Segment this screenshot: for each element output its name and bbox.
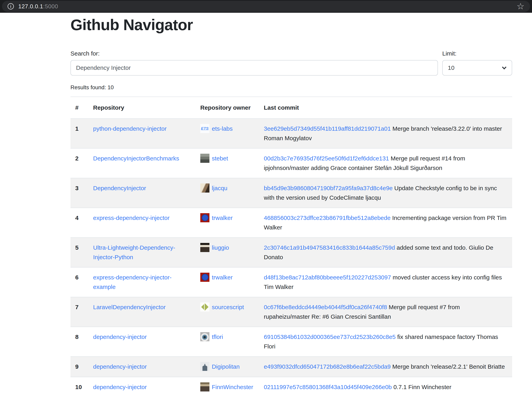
repo-link[interactable]: dependency-injector (93, 334, 147, 340)
url-host: 127.0.0.1 (18, 3, 43, 10)
owner-avatar (200, 362, 209, 371)
table-row: 10 dependency-injector FinnWinchester 02… (70, 377, 512, 397)
owner-link[interactable]: trwalker (212, 274, 233, 281)
column-header-repository: Repository (88, 97, 196, 119)
results-count: Results found: 10 (70, 84, 512, 91)
row-number: 3 (70, 178, 88, 208)
owner-avatar (200, 184, 209, 193)
row-number: 6 (70, 267, 88, 297)
owner-link[interactable]: sourcescript (212, 304, 244, 310)
page-content: Github Navigator Search for: Limit: 10 R… (70, 13, 512, 397)
repo-link[interactable]: express-dependency-injector-example (93, 274, 171, 290)
table-row: 6 express-dependency-injector-example tr… (70, 267, 512, 297)
commit-hash-link[interactable]: d48f13be8ac712abf80bbeeee5f120227d253097 (264, 274, 391, 281)
repo-link[interactable]: DependencyInjector (93, 185, 146, 191)
owner-avatar (200, 154, 209, 163)
table-row: 1 python-dependency-injector ETSets-labs… (70, 119, 512, 148)
url-port: :5000 (43, 3, 58, 10)
row-number: 2 (70, 148, 88, 178)
owner-link[interactable]: liuggio (212, 244, 229, 251)
column-header-number: # (70, 97, 88, 119)
search-label: Search for: (70, 50, 438, 57)
column-header-owner: Repository owner (196, 97, 259, 119)
repo-link[interactable]: dependency-injector (93, 384, 147, 390)
url-text: 127.0.0.1:5000 (18, 3, 58, 10)
owner-link[interactable]: trwalker (212, 215, 233, 221)
table-row: 3 DependencyInjector ljacqu bb45d9e3b986… (70, 178, 512, 208)
limit-group: Limit: 10 (442, 50, 512, 76)
table-header-row: # Repository Repository owner Last commi… (70, 97, 512, 119)
commit-hash-link[interactable]: 2c30746c1a91b4947583416c833b1644a85c759d (264, 244, 395, 251)
row-number: 10 (70, 377, 88, 397)
repo-link[interactable]: DependencyInjectorBenchmarks (93, 155, 179, 162)
commit-message: Merge branch 'release/2.2.1' Benoit Bria… (391, 363, 505, 370)
row-number: 5 (70, 238, 88, 267)
column-header-last-commit: Last commit (259, 97, 512, 119)
table-row: 9 dependency-injector Digipolitan e493f9… (70, 356, 512, 377)
owner-avatar: ETS (200, 124, 209, 133)
browser-chrome: 127.0.0.1:5000 (0, 0, 532, 13)
search-input[interactable] (70, 60, 438, 76)
owner-avatar (200, 302, 209, 312)
commit-hash-link[interactable]: 468856003c273dffce23b86791fbbe512a8ebede (264, 215, 391, 221)
commit-hash-link[interactable]: 02111997e57c85801368f43a10d45f409e266e0b (264, 384, 392, 390)
repo-link[interactable]: express-dependency-injector (93, 215, 170, 221)
commit-message: 0.7.1 Finn Winchester (392, 384, 451, 390)
owner-avatar (200, 332, 209, 341)
owner-link[interactable]: ets-labs (212, 125, 233, 132)
owner-link[interactable]: Digipolitan (212, 363, 240, 370)
browser-url-bar[interactable]: 127.0.0.1:5000 (2, 1, 530, 12)
table-row: 5 Ultra-Lightweight-Dependency-Injector-… (70, 238, 512, 267)
table-row: 4 express-dependency-injector trwalker 4… (70, 208, 512, 238)
owner-avatar (200, 382, 209, 392)
results-table: # Repository Repository owner Last commi… (70, 97, 512, 397)
row-number: 7 (70, 297, 88, 327)
info-icon[interactable] (7, 3, 14, 10)
repo-link[interactable]: Ultra-Lightweight-Dependency-Injector-Py… (93, 244, 175, 260)
chevron-down-icon (502, 65, 507, 70)
table-row: 7 LaravelDependencyInjector sourcescript… (70, 297, 512, 327)
commit-hash-link[interactable]: 3ee629eb5d7349d55f41b119aff81dd219071a01 (264, 125, 391, 132)
row-number: 9 (70, 356, 88, 377)
row-number: 1 (70, 119, 88, 148)
owner-link[interactable]: tflori (212, 334, 223, 340)
row-number: 8 (70, 327, 88, 356)
search-form: Search for: Limit: 10 (70, 50, 512, 76)
row-number: 4 (70, 208, 88, 238)
owner-avatar (200, 213, 209, 222)
owner-link[interactable]: ljacqu (212, 185, 227, 191)
owner-avatar (200, 243, 209, 252)
owner-link[interactable]: FinnWinchester (212, 384, 253, 390)
page-title: Github Navigator (70, 16, 512, 34)
commit-hash-link[interactable]: 00d2b3c7e76935d76f25ee50f6d1f2ef6ddce131 (264, 155, 389, 162)
commit-hash-link[interactable]: 69105384b61032d000365ee737cd2523b260c8e5 (264, 334, 396, 340)
table-body: 1 python-dependency-injector ETSets-labs… (70, 119, 512, 397)
owner-link[interactable]: stebet (212, 155, 228, 162)
commit-hash-link[interactable]: e493f9032dfcd65047172b682e8b6eaf22c5bda9 (264, 363, 391, 370)
commit-hash-link[interactable]: bb45d9e3b98608047190bf72a95fa9a37d8c4e9e (264, 185, 393, 191)
bookmark-star-icon[interactable] (517, 2, 525, 11)
table-row: 2 DependencyInjectorBenchmarks stebet 00… (70, 148, 512, 178)
search-group: Search for: (70, 50, 438, 76)
repo-link[interactable]: LaravelDependencyInjector (93, 304, 165, 310)
commit-hash-link[interactable]: 0c67f6be8eddcd4449eb4044f5df0ca26f4740f8 (264, 304, 387, 310)
table-row: 8 dependency-injector tflori 69105384b61… (70, 327, 512, 356)
repo-link[interactable]: python-dependency-injector (93, 125, 166, 132)
limit-label: Limit: (442, 50, 512, 57)
owner-avatar (200, 273, 209, 282)
limit-select[interactable]: 10 (442, 60, 512, 76)
repo-link[interactable]: dependency-injector (93, 363, 147, 370)
limit-selected-value: 10 (448, 64, 454, 71)
